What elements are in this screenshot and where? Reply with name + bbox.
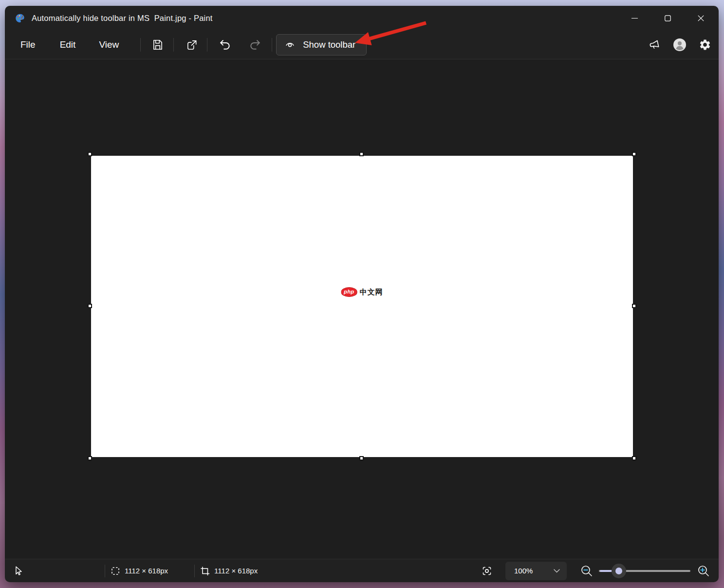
save-icon — [151, 38, 164, 51]
titlebar[interactable]: Automatically hide toolbar in MS Paint.j… — [5, 6, 719, 30]
statusbar-separator — [105, 565, 105, 577]
minimize-button[interactable] — [623, 8, 646, 28]
paint-window: Automatically hide toolbar in MS Paint.j… — [5, 6, 719, 582]
share-button[interactable] — [183, 36, 201, 54]
canvas-area: php 中文网 — [5, 59, 719, 559]
zoom-slider-thumb[interactable] — [612, 564, 626, 578]
statusbar-separator — [194, 565, 195, 577]
drawing-canvas[interactable]: php 中文网 — [91, 156, 633, 457]
zoom-slider[interactable] — [599, 563, 690, 579]
statusbar: 1112 × 618px 1112 × 618px — [5, 559, 719, 582]
menu-view[interactable]: View — [97, 37, 121, 53]
menubar-separator — [173, 38, 174, 52]
selection-handle-bottom-right[interactable] — [632, 456, 636, 460]
menubar-separator — [207, 38, 207, 52]
selection-handle-bottom-left[interactable] — [88, 456, 92, 460]
undo-button[interactable] — [216, 36, 234, 54]
megaphone-icon — [647, 37, 662, 52]
zoom-out-icon — [580, 564, 594, 578]
menu-edit[interactable]: Edit — [58, 37, 78, 53]
account-button[interactable] — [670, 35, 689, 55]
watermark-text: 中文网 — [360, 288, 383, 297]
maximize-icon — [665, 15, 671, 21]
pointer-icon — [13, 565, 24, 577]
maximize-button[interactable] — [656, 8, 679, 28]
redo-button[interactable] — [246, 36, 264, 54]
feedback-button[interactable] — [645, 35, 664, 55]
watermark: php 中文网 — [341, 287, 383, 297]
menubar-separator — [272, 38, 272, 52]
redo-icon — [248, 38, 262, 52]
share-icon — [186, 38, 198, 51]
show-toolbar-label: Show toolbar — [303, 39, 355, 50]
show-toolbar-button[interactable]: Show toolbar — [276, 34, 367, 55]
window-controls — [623, 6, 712, 30]
save-button[interactable] — [149, 36, 167, 54]
undo-icon — [218, 38, 232, 52]
close-button[interactable] — [689, 8, 712, 28]
paint-logo-icon — [15, 13, 25, 23]
selection-handle-top-right[interactable] — [632, 152, 636, 156]
minimize-icon — [631, 15, 638, 21]
close-icon — [698, 15, 704, 21]
zoom-out-button[interactable] — [578, 563, 595, 579]
selection-handle-top-left[interactable] — [88, 152, 92, 156]
zoom-in-icon — [697, 564, 710, 578]
zoom-level-value: 100% — [514, 567, 554, 575]
eye-icon — [284, 39, 296, 50]
selection-size-icon — [110, 566, 121, 576]
selection-handle-middle-left[interactable] — [88, 304, 92, 308]
fit-to-window-icon — [481, 565, 493, 577]
window-title: Automatically hide toolbar in MS Paint.j… — [32, 14, 213, 23]
menubar: File Edit View — [5, 30, 719, 59]
menubar-right-group — [645, 35, 715, 55]
person-icon — [672, 37, 687, 52]
zoom-dropdown[interactable]: 100% — [505, 562, 567, 580]
gear-icon — [699, 38, 711, 51]
selection-handle-middle-right[interactable] — [632, 304, 636, 308]
desktop: Automatically hide toolbar in MS Paint.j… — [0, 0, 724, 588]
selection-handle-top-center[interactable] — [359, 152, 364, 156]
chevron-down-icon — [554, 569, 560, 573]
menubar-separator — [140, 38, 141, 52]
menu-file[interactable]: File — [19, 37, 37, 53]
fit-to-window-button[interactable] — [478, 562, 496, 580]
php-badge: php — [341, 287, 357, 297]
zoom-in-button[interactable] — [695, 563, 712, 579]
settings-button[interactable] — [695, 35, 715, 55]
selection-size-value: 1112 × 618px — [125, 567, 168, 575]
canvas-size-icon — [200, 566, 210, 576]
selection-handle-bottom-center[interactable] — [359, 456, 364, 460]
canvas-size-value: 1112 × 618px — [214, 567, 258, 575]
